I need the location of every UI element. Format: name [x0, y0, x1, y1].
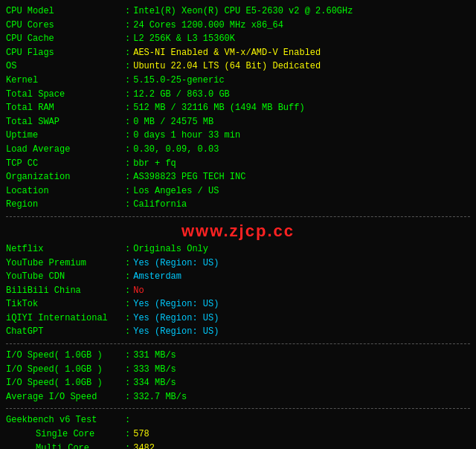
table-row: CPU Cache : L2 256K & L3 15360K — [6, 32, 470, 46]
row-colon: : — [125, 101, 130, 115]
row-value: 333 MB/s — [133, 363, 176, 377]
divider-2 — [6, 343, 470, 344]
row-value: AES-NI Enabled & VM-x/AMD-V Enabled — [133, 46, 321, 60]
geekbench-title-row: Geekbench v6 Test : — [6, 413, 470, 427]
table-row: Average I/O Speed : 332.7 MB/s — [6, 390, 470, 404]
row-colon: : — [125, 115, 130, 129]
row-label: OS — [6, 59, 125, 74]
table-row: Single Core : 578 — [6, 427, 470, 442]
row-label: TCP CC — [6, 157, 125, 171]
row-value: 334 MB/s — [133, 376, 176, 390]
table-row: CPU Model : Intel(R) Xeon(R) CPU E5-2630… — [6, 4, 470, 19]
row-value: 332.7 MB/s — [133, 390, 187, 404]
divider-3 — [6, 408, 470, 409]
geekbench-title-colon: : — [125, 413, 130, 427]
table-row: TCP CC : bbr + fq — [6, 157, 470, 171]
row-colon: : — [125, 157, 130, 171]
table-row: Multi Core : 3482 — [6, 442, 470, 449]
row-colon: : — [125, 46, 130, 60]
table-row: Organization : AS398823 PEG TECH INC — [6, 170, 470, 184]
row-colon: : — [125, 325, 130, 339]
row-label: Organization — [6, 170, 125, 184]
row-colon: : — [125, 198, 130, 212]
row-label: CPU Cache — [6, 32, 125, 46]
row-label: Multi Core — [6, 442, 125, 449]
row-colon: : — [125, 32, 130, 46]
table-row: I/O Speed( 1.0GB ) : 333 MB/s — [6, 363, 470, 377]
row-colon: : — [125, 74, 130, 88]
row-value: 3482 — [133, 442, 155, 449]
row-colon: : — [125, 349, 130, 363]
row-label: CPU Model — [6, 4, 125, 19]
row-colon: : — [125, 270, 130, 284]
row-value: 0.30, 0.09, 0.03 — [133, 143, 219, 157]
geekbench-section: Geekbench v6 Test :Single Core : 578Mult… — [6, 413, 470, 449]
row-value: Ubuntu 22.04 LTS (64 Bit) Dedicated — [133, 59, 321, 74]
io-section: I/O Speed( 1.0GB ) : 331 MB/sI/O Speed( … — [6, 349, 470, 404]
row-value: AS398823 PEG TECH INC — [133, 170, 245, 184]
divider-1 — [6, 216, 470, 217]
row-colon: : — [125, 284, 130, 298]
row-value: bbr + fq — [133, 157, 176, 171]
row-label: iQIYI International — [6, 311, 125, 326]
row-value: 5.15.0-25-generic — [133, 74, 224, 88]
row-colon: : — [125, 256, 130, 271]
row-label: CPU Cores — [6, 19, 125, 33]
row-value: 331 MB/s — [133, 349, 176, 363]
row-value: Los Angeles / US — [133, 184, 219, 198]
row-colon: : — [125, 184, 130, 198]
row-colon: : — [125, 242, 130, 256]
row-label: Kernel — [6, 74, 125, 88]
row-label: TikTok — [6, 297, 125, 311]
table-row: Location : Los Angeles / US — [6, 184, 470, 198]
row-label: Uptime — [6, 129, 125, 143]
row-value: 0 days 1 hour 33 min — [133, 129, 240, 143]
unlock-section: www.zjcp.cc Netflix : Originals OnlyYouT… — [6, 222, 470, 339]
row-colon: : — [125, 88, 130, 102]
table-row: Region : California — [6, 198, 470, 212]
row-value: L2 256K & L3 15360K — [133, 32, 235, 46]
row-label: Total RAM — [6, 101, 125, 115]
table-row: YouTube Premium : Yes (Region: US) — [6, 256, 470, 271]
row-colon: : — [125, 4, 130, 19]
row-label: Total Space — [6, 88, 125, 102]
table-row: OS : Ubuntu 22.04 LTS (64 Bit) Dedicated — [6, 59, 470, 74]
row-label: ChatGPT — [6, 325, 125, 339]
row-label: BiliBili China — [6, 284, 125, 298]
table-row: Uptime : 0 days 1 hour 33 min — [6, 129, 470, 143]
row-value: Amsterdam — [133, 270, 181, 284]
row-label: Average I/O Speed — [6, 390, 125, 404]
table-row: CPU Flags : AES-NI Enabled & VM-x/AMD-V … — [6, 46, 470, 60]
table-row: BiliBili China : No — [6, 284, 470, 298]
table-row: ChatGPT : Yes (Region: US) — [6, 325, 470, 339]
row-value: Yes (Region: US) — [133, 311, 219, 326]
row-value: Yes (Region: US) — [133, 256, 219, 271]
table-row: Total SWAP : 0 MB / 24575 MB — [6, 115, 470, 129]
table-row: Total RAM : 512 MB / 32116 MB (1494 MB B… — [6, 101, 470, 115]
row-value: 578 — [133, 427, 149, 442]
row-value: Originals Only — [133, 242, 208, 256]
row-colon: : — [125, 427, 130, 442]
table-row: TikTok : Yes (Region: US) — [6, 297, 470, 311]
table-row: Total Space : 12.2 GB / 863.0 GB — [6, 88, 470, 102]
row-value: Intel(R) Xeon(R) CPU E5-2630 v2 @ 2.60GH… — [133, 4, 353, 19]
row-colon: : — [125, 297, 130, 311]
table-row: YouTube CDN : Amsterdam — [6, 270, 470, 284]
row-colon: : — [125, 129, 130, 143]
row-label: Location — [6, 184, 125, 198]
row-colon: : — [125, 311, 130, 326]
table-row: Kernel : 5.15.0-25-generic — [6, 74, 470, 88]
row-value: Yes (Region: US) — [133, 297, 219, 311]
row-value: 24 Cores 1200.000 MHz x86_64 — [133, 19, 283, 33]
row-colon: : — [125, 19, 130, 33]
row-colon: : — [125, 170, 130, 184]
watermark: www.zjcp.cc — [6, 222, 470, 241]
row-value: Yes (Region: US) — [133, 325, 219, 339]
row-label: I/O Speed( 1.0GB ) — [6, 363, 125, 377]
row-value: 512 MB / 32116 MB (1494 MB Buff) — [133, 101, 304, 115]
row-label: I/O Speed( 1.0GB ) — [6, 376, 125, 390]
row-label: I/O Speed( 1.0GB ) — [6, 349, 125, 363]
table-row: Load Average : 0.30, 0.09, 0.03 — [6, 143, 470, 157]
row-label: CPU Flags — [6, 46, 125, 60]
system-section: CPU Model : Intel(R) Xeon(R) CPU E5-2630… — [6, 4, 470, 212]
